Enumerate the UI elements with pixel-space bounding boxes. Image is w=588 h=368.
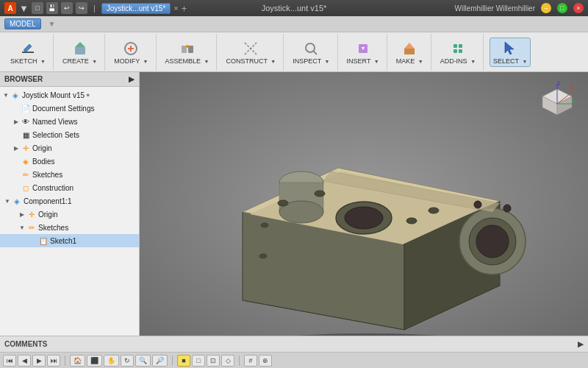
insert-button[interactable]: INSERT ▼ [344, 38, 382, 66]
snap-toggle-button[interactable]: ⊕ [259, 355, 272, 367]
tool-group-addins: ADD-INS ▼ [433, 34, 484, 71]
svg-line-10 [313, 51, 317, 54]
user-label: Willemhillier Willemhillier [455, 4, 535, 13]
nav-prev-button[interactable]: ◀ [18, 355, 31, 367]
tree-item-c-sketches[interactable]: ▼ ✏ Sketches [0, 221, 139, 234]
svg-point-34 [315, 191, 325, 197]
tree-item-doc-settings[interactable]: ▶ 📄 Document Settings [0, 102, 139, 115]
window-maximize-button[interactable]: □ [557, 3, 567, 13]
tree-icon-construction: ◻ [21, 183, 31, 193]
viewcube[interactable]: X Y Z [535, 78, 579, 122]
svg-rect-14 [453, 44, 457, 48]
tool-group-make: MAKE ▼ [389, 34, 431, 71]
sketch-button[interactable]: SKETCH ▼ [7, 38, 49, 66]
tool-group-modify: MODIFY ▼ [107, 34, 156, 71]
tree-arrow-component: ▼ [3, 198, 12, 205]
construct-icon [242, 40, 259, 57]
tool-group-construct: CONSTRUCT ▼ [218, 34, 284, 71]
browser-expand-icon[interactable]: ▶ [129, 75, 135, 83]
make-button[interactable]: MAKE ▼ [393, 38, 426, 66]
tree-label-doc: Document Settings [32, 105, 95, 113]
tree-item-component[interactable]: ▼ ◈ Component1:1 [0, 194, 139, 208]
display-shaded-button[interactable]: ■ [177, 355, 190, 367]
create-icon [71, 40, 89, 57]
display-perspective-button[interactable]: ◇ [221, 355, 234, 367]
create-label: CREATE ▼ [62, 57, 97, 65]
window-close-button[interactable]: × [573, 3, 584, 13]
nav-next-button[interactable]: ▶ [32, 355, 46, 367]
grid-toggle-button[interactable]: # [244, 355, 257, 367]
tool-group-select: SELECT ▼ [485, 34, 535, 71]
svg-rect-1 [75, 47, 85, 54]
tree-icon-component: ◈ [12, 196, 22, 206]
tree-item-origin[interactable]: ▶ ✛ Origin [0, 141, 139, 155]
titlebar-right: Willemhillier Willemhillier – □ × [455, 3, 584, 13]
tree-icon-sketch1: 📋 [38, 236, 49, 246]
svg-line-8 [245, 43, 257, 54]
tree-item-sketches[interactable]: ▶ ✏ Sketches [0, 168, 139, 181]
svg-point-33 [278, 200, 288, 206]
assemble-label: ASSEMBLE ▼ [165, 57, 209, 65]
modify-label: MODIFY ▼ [114, 57, 148, 65]
tree-label-origin: Origin [32, 144, 52, 152]
window-minimize-button[interactable]: – [541, 3, 551, 13]
assemble-icon [179, 40, 196, 57]
tree-item-bodies[interactable]: ▶ ◈ Bodies [0, 155, 139, 168]
sketch-icon [19, 40, 37, 57]
app-menu-icon[interactable]: ▼ [19, 3, 29, 14]
new-tab-icon[interactable]: + [182, 3, 187, 14]
divider-3 [239, 355, 240, 366]
svg-rect-5 [188, 46, 193, 53]
assemble-button[interactable]: ASSEMBLE ▼ [162, 38, 212, 66]
tree-item-selection-sets[interactable]: ▶ ▦ Selection Sets [0, 128, 139, 141]
make-label: MAKE ▼ [396, 57, 423, 65]
tree-label-construction: Construction [32, 184, 74, 192]
svg-point-32 [345, 207, 383, 229]
nav-first-button[interactable]: ⏮ [3, 355, 16, 367]
view-zoom-button[interactable]: 🔍 [135, 355, 151, 367]
tree-label-sel: Selection Sets [32, 131, 79, 139]
tree-item-root[interactable]: ▼ ◈ Joystick Mount v15 ● [0, 88, 139, 102]
toolbar: MODEL ▼ SKETCH ▼ CREATE ▼ [0, 16, 588, 72]
insert-icon [354, 40, 372, 57]
svg-marker-2 [75, 42, 85, 47]
svg-text:X: X [570, 85, 574, 90]
svg-rect-16 [453, 49, 457, 53]
view-fit-button[interactable]: ⬛ [87, 355, 102, 367]
tool-group-create: CREATE ▼ [55, 34, 105, 71]
addins-button[interactable]: ADD-INS ▼ [437, 38, 478, 66]
view-zoomfit-button[interactable]: 🔎 [152, 355, 168, 367]
nav-last-button[interactable]: ⏭ [47, 355, 60, 367]
model-mode-button[interactable]: MODEL [4, 18, 41, 29]
undo-icon[interactable]: ↩ [61, 2, 73, 14]
display-wireframe-button[interactable]: □ [192, 355, 205, 367]
tree-arrow-views: ▶ [12, 118, 21, 125]
close-tab-icon[interactable]: × [173, 4, 178, 13]
svg-rect-15 [459, 44, 462, 48]
view-pan-button[interactable]: ✋ [104, 355, 119, 367]
display-hidden-button[interactable]: ⊡ [207, 355, 220, 367]
svg-rect-0 [22, 52, 34, 53]
inspect-button[interactable]: INSPECT ▼ [290, 38, 332, 66]
tree-arrow-origin: ▶ [12, 145, 21, 152]
view-orbit-button[interactable]: ↻ [121, 355, 134, 367]
tree-label-component: Component1:1 [24, 197, 72, 205]
tree-item-c-origin[interactable]: ▶ ✛ Origin [0, 208, 139, 221]
tree-item-named-views[interactable]: ▶ 👁 Named Views [0, 115, 139, 128]
tree-item-construction[interactable]: ▶ ◻ Construction [0, 181, 139, 194]
redo-icon[interactable]: ↪ [76, 2, 87, 14]
new-icon[interactable]: □ [32, 2, 43, 14]
tree-item-sketch1[interactable]: ▶ 📋 Sketch1 [0, 234, 139, 247]
comments-expand-icon[interactable]: ▶ [578, 340, 584, 348]
construct-button[interactable]: CONSTRUCT ▼ [223, 38, 279, 66]
tree-label-sketch1: Sketch1 [50, 237, 76, 245]
save-icon[interactable]: 💾 [46, 2, 58, 14]
modify-button[interactable]: MODIFY ▼ [111, 38, 151, 66]
tree-icon-doc: 📄 [21, 103, 31, 113]
tab-joystick-mount[interactable]: Joystick...unt v15* [101, 3, 171, 14]
select-button[interactable]: SELECT ▼ [490, 38, 531, 67]
create-button[interactable]: CREATE ▼ [60, 38, 100, 66]
view-home-button[interactable]: 🏠 [70, 355, 85, 367]
viewport[interactable]: X Y Z [140, 72, 588, 336]
tool-group-sketch: SKETCH ▼ [3, 34, 54, 71]
